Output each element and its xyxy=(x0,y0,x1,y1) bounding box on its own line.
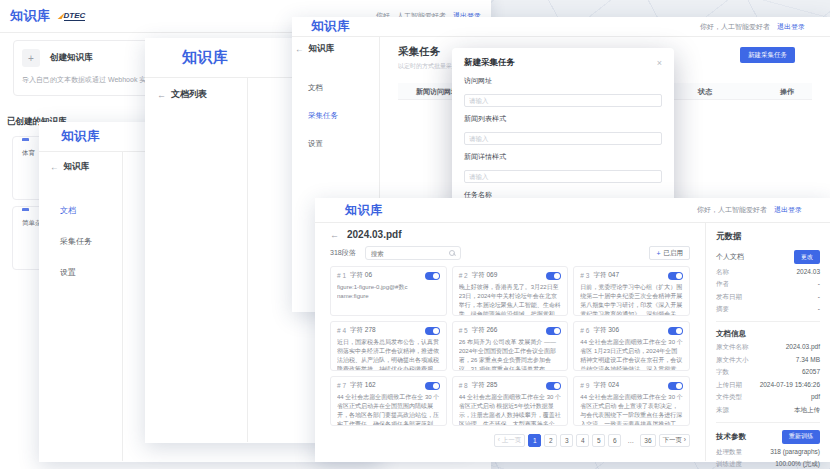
pagination-prev[interactable]: ‹ 上一页 xyxy=(494,434,525,447)
back-button[interactable]: ← 知识库 xyxy=(50,161,122,173)
chunk-card[interactable]: # 4字符 278 近日，国家税务总局发布公告，认真贯彻落实中央经济工作会议精神… xyxy=(330,321,447,371)
change-doc-type-button[interactable]: 更改 xyxy=(794,250,820,264)
window-doc-detail: 知识库 你好，人工智能爱好者 退出登录 ← 2024.03.pdf 318段落 xyxy=(315,198,830,462)
meta-value: 62057 xyxy=(802,368,820,377)
sidebar-item-settings[interactable]: 设置 xyxy=(60,267,122,278)
chunk-text: 26 布局齐为 公司改革 发展简介 ——2024年全国国资国企工作会议全面部署，… xyxy=(459,338,562,371)
pagination-page[interactable]: 6 xyxy=(608,434,621,447)
retrain-button[interactable]: 重新训练 xyxy=(782,430,820,444)
user-greeting: 你好，人工智能爱好者 xyxy=(697,205,767,215)
doc-type-label: 个人文档 xyxy=(716,252,744,262)
meta-key: 字数 xyxy=(716,368,729,377)
chunk-card[interactable]: # 8字符 285 44 全社会志愿全面细致工作在全 30 个省区正式启动 根据… xyxy=(452,376,569,426)
chunk-index: # 9 xyxy=(580,382,589,389)
search-icon xyxy=(449,250,455,256)
search-box[interactable] xyxy=(365,246,461,260)
pagination-next[interactable]: 下一页 › xyxy=(659,434,690,447)
chunk-card[interactable]: # 3字符 047 日前，党委理论学习中心组（扩大）围绕第二十届中央纪委三次全会… xyxy=(573,266,690,316)
app-title: 知识库 xyxy=(311,18,350,35)
chunk-char-count: 字符 047 xyxy=(593,271,619,280)
meta-key: 摘要 xyxy=(716,305,729,314)
meta-value: 7.34 MB xyxy=(796,356,820,365)
back-label: 知识库 xyxy=(309,43,335,55)
enabled-filter-button[interactable]: + 已启用 xyxy=(649,246,690,260)
list-style-input[interactable] xyxy=(464,132,662,145)
pagination-page[interactable]: 1 xyxy=(528,434,541,447)
chunk-enabled-toggle[interactable] xyxy=(425,382,440,390)
chunk-enabled-toggle[interactable] xyxy=(546,382,561,390)
sidebar-item-collection-tasks[interactable]: 采集任务 xyxy=(308,111,379,121)
chunk-index: # 7 xyxy=(337,382,346,389)
meta-value: 100.00% (完成) xyxy=(775,460,820,469)
meta-key: 原文件大小 xyxy=(716,356,749,365)
chunk-card[interactable]: # 9字符 024 44 全社会志愿全面细致工作在全 30 个省区正式启动 会上… xyxy=(573,376,690,426)
sidebar-item-settings[interactable]: 设置 xyxy=(308,139,379,149)
detail-style-input[interactable] xyxy=(464,170,662,183)
close-icon[interactable]: × xyxy=(657,58,662,68)
pagination: ‹ 上一页 1 2 3 4 5 6 … 36 下一页 › xyxy=(330,434,690,447)
url-input[interactable] xyxy=(464,94,662,107)
pagination-page[interactable]: 4 xyxy=(576,434,589,447)
logout-link[interactable]: 退出登录 xyxy=(777,22,805,32)
back-button[interactable]: ← 文档列表 xyxy=(157,88,247,101)
chunk-card[interactable]: # 6字符 306 44 全社会志愿全面细致工作在全 30 个省区 1月23日正… xyxy=(573,321,690,371)
chunk-char-count: 字符 069 xyxy=(472,271,498,280)
meta-value: pdf xyxy=(811,393,820,402)
logout-link[interactable]: 退出登录 xyxy=(774,205,802,215)
chunk-index: # 3 xyxy=(580,272,589,279)
chunk-enabled-toggle[interactable] xyxy=(425,327,440,335)
chunk-card[interactable]: # 5字符 266 26 布局齐为 公司改革 发展简介 ——2024年全国国资国… xyxy=(452,321,569,371)
back-arrow-icon[interactable]: ← xyxy=(330,230,339,240)
app-title: 知识库 xyxy=(182,48,229,67)
meta-key: 上传日期 xyxy=(716,381,742,390)
chunk-index: # 8 xyxy=(459,382,468,389)
meta-value: - xyxy=(818,305,820,314)
field-label-list-style: 新闻列表样式 xyxy=(464,114,662,124)
app-title: 知识库 xyxy=(345,202,383,219)
pagination-page[interactable]: 3 xyxy=(560,434,573,447)
chunk-index: # 2 xyxy=(459,272,468,279)
chunk-enabled-toggle[interactable] xyxy=(668,382,683,390)
chunk-card[interactable]: # 7字符 162 44 全社会志愿全面细致工作在全 30 个省区正式启动并在全… xyxy=(330,376,447,426)
pagination-ellipsis: … xyxy=(624,434,637,447)
meta-key: 名称 xyxy=(716,268,729,277)
company-logo: DTEC xyxy=(59,11,86,21)
chunk-index: # 6 xyxy=(580,327,589,334)
file-info-title: 文档信息 xyxy=(716,329,820,339)
enabled-filter-label: 已启用 xyxy=(664,249,684,258)
chunk-enabled-toggle[interactable] xyxy=(425,272,440,280)
app-title: 知识库 xyxy=(61,128,100,145)
new-task-button[interactable]: 新建采集任务 xyxy=(740,47,795,63)
chunk-text: 近日，国家税务总局发布公告，认真贯彻落实中央经济工作会议精神，推进依法治税、从严… xyxy=(337,338,440,371)
chunk-text: 晚上好彼得，香港再见了。3月22日至23日，2024年中关村论坛年会在北京举行，… xyxy=(459,283,562,316)
sidebar-item-documents[interactable]: 文档 xyxy=(60,205,122,216)
meta-key: 发布日期 xyxy=(716,293,742,302)
meta-key: 作者 xyxy=(716,280,729,289)
chunk-enabled-toggle[interactable] xyxy=(546,272,561,280)
column-actions: 操作 xyxy=(780,87,794,97)
chunk-enabled-toggle[interactable] xyxy=(546,327,561,335)
chunk-card[interactable]: # 2字符 069 晚上好彼得，香港再见了。3月22日至23日，2024年中关村… xyxy=(452,266,569,316)
modal-title: 新建采集任务 xyxy=(464,57,515,69)
chunk-enabled-toggle[interactable] xyxy=(668,272,683,280)
sidebar-item-documents[interactable]: 文档 xyxy=(308,83,379,93)
chunk-enabled-toggle[interactable] xyxy=(668,327,683,335)
search-input[interactable] xyxy=(371,250,449,257)
plus-icon: + xyxy=(656,250,660,257)
pagination-page[interactable]: 36 xyxy=(640,434,655,447)
chunk-text: 44 全社会志愿全面细致工作在全 30 个省区正式启动 根据近5年统计数据显示，… xyxy=(459,393,562,426)
meta-key: 处理数量 xyxy=(716,448,742,457)
desktop: 知识库 DTEC 你好，人工智能爱好者 退出登录 + 创建知识库 导入自己的文本… xyxy=(0,0,830,469)
chunk-card[interactable]: # 1字符 06 figure:1-figure-0.jpg@#数c name:… xyxy=(330,266,447,316)
metadata-title: 元数据 xyxy=(716,231,820,243)
tech-params-title: 技术参数 xyxy=(716,432,746,442)
back-arrow-icon: ← xyxy=(157,90,166,100)
meta-value: 318 (paragraphs) xyxy=(770,448,820,457)
chunk-text: figure:1-figure-0.jpg@#数c name:figure xyxy=(337,283,440,301)
back-button[interactable]: ← 知识库 xyxy=(295,43,379,55)
field-label-detail-style: 新闻详情样式 xyxy=(464,152,662,162)
chunk-index: # 5 xyxy=(459,327,468,334)
pagination-page[interactable]: 2 xyxy=(544,434,557,447)
sidebar-item-collection-tasks[interactable]: 采集任务 xyxy=(60,236,122,247)
pagination-page[interactable]: 5 xyxy=(592,434,605,447)
